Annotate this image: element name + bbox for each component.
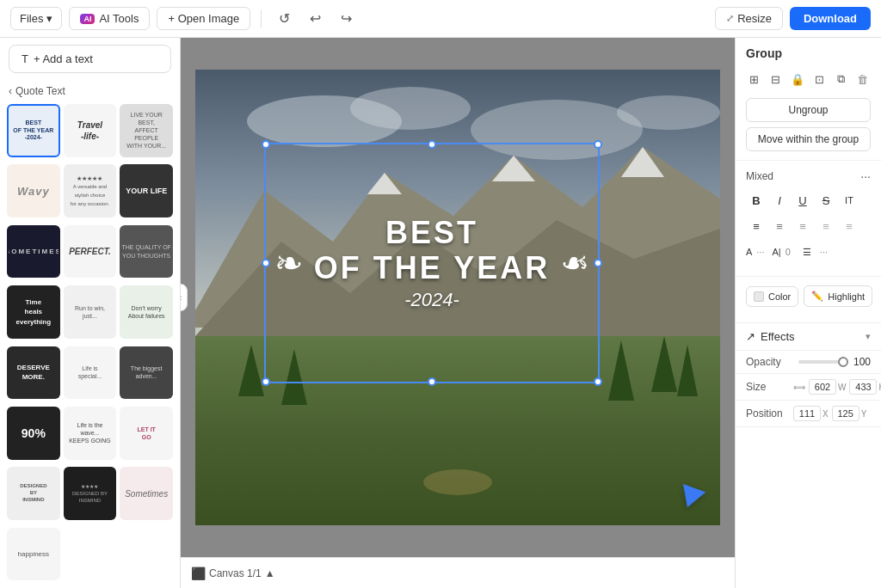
toolbar-left: Files ▾ AI AI Tools + Open Image ↺ ↩ ↪ — [10, 7, 708, 31]
more-dots[interactable]: ··· — [820, 247, 828, 257]
copy-icon[interactable]: ⧉ — [833, 69, 849, 89]
text-group[interactable]: ❧ BESTOF THE YEAR -2024- ❧ — [264, 143, 600, 383]
position-label: Position — [746, 407, 793, 420]
template-item[interactable]: DESERVEMORE. — [7, 346, 60, 400]
text-a-icon: A — [746, 247, 752, 257]
files-label: Files — [20, 12, 43, 25]
opacity-slider[interactable] — [798, 360, 848, 364]
ai-tools-button[interactable]: AI AI Tools — [69, 7, 150, 30]
resize-button[interactable]: ⤢ Resize — [715, 7, 783, 30]
template-item[interactable]: PERFECT. — [64, 225, 117, 279]
move-within-group-button[interactable]: Move within the group — [746, 127, 871, 151]
template-item[interactable]: happiness — [7, 528, 60, 581]
opacity-label: Opacity — [746, 356, 793, 368]
highlight-button[interactable]: ✏️ Highlight — [804, 285, 872, 307]
template-item[interactable]: ★★★★★A versatile andstylish choicefor an… — [64, 164, 117, 217]
align-right-button[interactable]: ≡ — [792, 216, 813, 236]
mixed-dots[interactable]: ··· — [860, 169, 871, 183]
open-image-label: + Open Image — [168, 12, 239, 25]
main-layout: T + Add a text ‹ Quote Text BESTOF THE Y… — [0, 38, 881, 588]
laurel-row: ❧ BESTOF THE YEAR -2024- ❧ — [266, 215, 598, 312]
canvas-label-text: Canvas 1/1 — [209, 567, 262, 579]
bold-button[interactable]: B — [746, 190, 767, 211]
list-button[interactable]: ≡ — [839, 216, 859, 236]
undo2-button[interactable]: ↩ — [303, 7, 327, 31]
text-transform-button[interactable]: IT — [839, 190, 859, 211]
effects-icon: ↗ — [746, 330, 755, 343]
align-left-button[interactable]: ≡ — [746, 216, 767, 236]
open-image-button[interactable]: + Open Image — [157, 7, 250, 30]
font-size-icon: A| — [773, 247, 781, 257]
color-button[interactable]: Color — [746, 286, 798, 307]
template-item[interactable]: LIVE YOUR BEST,AFFECT PEOPLEWITH YOUR... — [120, 104, 173, 157]
frame-icon[interactable]: ⊡ — [811, 69, 828, 89]
toolbar-right: ⤢ Resize Download — [715, 7, 871, 30]
canvas-bottom: ⬛ Canvas 1/1 ▲ — [181, 557, 735, 588]
resize-icon: ⤢ — [726, 13, 734, 24]
template-item[interactable]: YOUR LIFE — [120, 164, 173, 217]
undo-button[interactable]: ↺ — [272, 7, 296, 31]
section-title: Quote Text — [15, 85, 65, 97]
template-item[interactable]: Life isspecial... — [64, 346, 117, 400]
collapse-handle[interactable]: ‹ — [181, 284, 188, 311]
align-center-button[interactable]: ≡ — [769, 216, 790, 236]
template-item[interactable]: 90% — [7, 407, 60, 460]
size-height-field: H — [849, 379, 881, 395]
download-button[interactable]: Download — [790, 7, 871, 30]
mixed-row: Mixed ··· — [746, 169, 871, 183]
list-text-button[interactable]: ☰ — [797, 242, 817, 262]
canvas-area: ‹ — [181, 38, 735, 588]
template-item[interactable]: DESIGNEDBYINSMIND — [7, 467, 60, 520]
color-highlight-row: Color ✏️ Highlight — [746, 285, 871, 307]
files-button[interactable]: Files ▾ — [10, 7, 62, 30]
svg-point-16 — [423, 469, 492, 495]
template-item[interactable]: LET ITGO — [120, 407, 173, 460]
unlink-icon[interactable]: ⊟ — [767, 69, 784, 89]
canvas-image[interactable]: ❧ BESTOF THE YEAR -2024- ❧ — [195, 70, 720, 525]
effects-chevron-icon: ▾ — [866, 331, 871, 342]
template-item[interactable]: ★★★★DESIGNED BYINSMIND — [64, 467, 117, 520]
opacity-thumb — [838, 357, 848, 367]
add-text-button[interactable]: T + Add a text — [9, 45, 171, 73]
lock-icon[interactable]: 🔒 — [789, 69, 805, 89]
template-item[interactable]: Travel-life- — [64, 104, 117, 157]
ungroup-label: Ungroup — [788, 104, 828, 116]
text-format-section: Mixed ··· B I U S IT ≡ ≡ ≡ ≡ ≡ A — [736, 161, 881, 277]
template-item[interactable]: BESTOF THE YEAR-2024- — [7, 104, 60, 157]
position-x-field: X — [793, 406, 829, 421]
highlight-pen-icon: ✏️ — [811, 291, 823, 302]
template-item[interactable]: Life is thewave...KEEPS GOING — [64, 407, 117, 460]
underline-button[interactable]: U — [792, 190, 813, 211]
italic-button[interactable]: I — [769, 190, 790, 211]
effects-row[interactable]: ↗ Effects ▾ — [736, 323, 881, 351]
ungroup-button[interactable]: Ungroup — [746, 98, 871, 122]
sub-text: -2024- — [314, 289, 550, 311]
size-height-input[interactable] — [849, 379, 877, 395]
effects-label: Effects — [761, 330, 795, 343]
width-unit: W — [838, 383, 846, 392]
text-content: ❧ BESTOF THE YEAR -2024- ❧ — [266, 144, 598, 382]
toolbar-divider — [261, 10, 262, 28]
position-row: Position X Y — [736, 401, 881, 427]
mixed-label: Mixed — [746, 170, 773, 182]
delete-icon[interactable]: 🗑 — [854, 69, 871, 89]
layers-group-icon[interactable]: ⊞ — [746, 69, 762, 89]
template-item[interactable]: SOMETIMES — [7, 225, 60, 279]
align-justify-button[interactable]: ≡ — [816, 216, 836, 236]
strikethrough-button[interactable]: S — [816, 190, 836, 211]
template-item[interactable]: Run to win,just... — [64, 285, 117, 339]
color-highlight-section: Color ✏️ Highlight — [736, 277, 881, 323]
template-item[interactable]: Don't worryAbout failures — [120, 285, 173, 339]
position-inputs: X Y — [793, 406, 871, 421]
template-item[interactable]: Timehealseverything — [7, 285, 60, 339]
position-x-input[interactable] — [793, 406, 821, 421]
size-label: Size — [746, 381, 793, 393]
ai-tools-label: AI Tools — [99, 12, 139, 25]
template-item[interactable]: THE QUALITY OFYOU THOUGHTS — [120, 225, 173, 279]
template-item[interactable]: Sometimes — [120, 467, 173, 520]
redo-button[interactable]: ↪ — [334, 7, 358, 31]
position-y-input[interactable] — [832, 406, 859, 421]
template-item[interactable]: Wavy — [7, 164, 60, 217]
size-width-input[interactable] — [809, 379, 836, 395]
template-item[interactable]: The biggestadven... — [120, 346, 173, 400]
